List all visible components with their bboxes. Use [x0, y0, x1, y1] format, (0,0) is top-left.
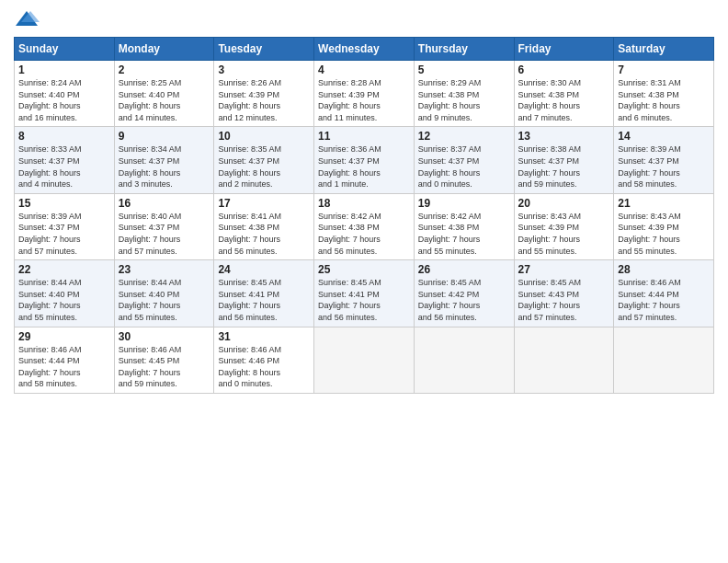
day-number: 6	[518, 63, 610, 76]
empty-cell	[414, 327, 514, 393]
day-info: Sunrise: 8:28 AM Sunset: 4:39 PM Dayligh…	[318, 77, 410, 123]
calendar-day-cell: 8Sunrise: 8:33 AM Sunset: 4:37 PM Daylig…	[15, 127, 115, 193]
calendar-day-cell: 30Sunrise: 8:46 AM Sunset: 4:45 PM Dayli…	[114, 327, 214, 393]
day-number: 19	[418, 197, 510, 210]
calendar-day-cell: 12Sunrise: 8:37 AM Sunset: 4:37 PM Dayli…	[414, 127, 514, 193]
day-info: Sunrise: 8:45 AM Sunset: 4:41 PM Dayligh…	[218, 277, 310, 323]
weekday-header-tuesday: Tuesday	[214, 38, 314, 61]
calendar-day-cell: 28Sunrise: 8:46 AM Sunset: 4:44 PM Dayli…	[614, 260, 714, 327]
day-info: Sunrise: 8:35 AM Sunset: 4:37 PM Dayligh…	[218, 144, 310, 190]
day-number: 24	[218, 263, 310, 276]
day-info: Sunrise: 8:26 AM Sunset: 4:39 PM Dayligh…	[218, 77, 310, 123]
calendar-day-cell: 16Sunrise: 8:40 AM Sunset: 4:37 PM Dayli…	[114, 193, 214, 259]
day-number: 10	[218, 130, 310, 143]
calendar-day-cell: 21Sunrise: 8:43 AM Sunset: 4:39 PM Dayli…	[614, 193, 714, 259]
day-number: 17	[218, 197, 310, 210]
calendar-day-cell: 10Sunrise: 8:35 AM Sunset: 4:37 PM Dayli…	[214, 127, 314, 193]
day-number: 13	[518, 130, 610, 143]
empty-cell	[514, 327, 614, 393]
calendar-day-cell: 22Sunrise: 8:44 AM Sunset: 4:40 PM Dayli…	[15, 260, 115, 327]
day-info: Sunrise: 8:42 AM Sunset: 4:38 PM Dayligh…	[418, 211, 510, 257]
calendar-week-row: 22Sunrise: 8:44 AM Sunset: 4:40 PM Dayli…	[15, 260, 714, 327]
day-info: Sunrise: 8:24 AM Sunset: 4:40 PM Dayligh…	[18, 77, 110, 123]
day-number: 21	[618, 197, 710, 210]
weekday-header-sunday: Sunday	[15, 38, 115, 61]
day-number: 15	[18, 197, 110, 210]
day-number: 27	[518, 263, 610, 276]
day-number: 30	[119, 330, 210, 343]
empty-cell	[614, 327, 714, 393]
day-number: 1	[18, 63, 110, 76]
day-number: 29	[18, 330, 110, 343]
day-info: Sunrise: 8:33 AM Sunset: 4:37 PM Dayligh…	[18, 144, 110, 190]
day-info: Sunrise: 8:42 AM Sunset: 4:38 PM Dayligh…	[318, 211, 410, 257]
header	[14, 9, 714, 29]
day-number: 11	[318, 130, 410, 143]
day-number: 25	[318, 263, 410, 276]
calendar-day-cell: 25Sunrise: 8:45 AM Sunset: 4:41 PM Dayli…	[314, 260, 415, 327]
day-info: Sunrise: 8:44 AM Sunset: 4:40 PM Dayligh…	[18, 277, 110, 323]
calendar-day-cell: 18Sunrise: 8:42 AM Sunset: 4:38 PM Dayli…	[314, 193, 415, 259]
calendar-day-cell: 29Sunrise: 8:46 AM Sunset: 4:44 PM Dayli…	[15, 327, 115, 393]
weekday-header-thursday: Thursday	[414, 38, 514, 61]
day-info: Sunrise: 8:41 AM Sunset: 4:38 PM Dayligh…	[218, 211, 310, 257]
calendar-day-cell: 14Sunrise: 8:39 AM Sunset: 4:37 PM Dayli…	[614, 127, 714, 193]
day-info: Sunrise: 8:46 AM Sunset: 4:46 PM Dayligh…	[218, 344, 310, 390]
calendar-day-cell: 31Sunrise: 8:46 AM Sunset: 4:46 PM Dayli…	[214, 327, 314, 393]
weekday-header-friday: Friday	[514, 38, 614, 61]
weekday-header-row: SundayMondayTuesdayWednesdayThursdayFrid…	[15, 38, 714, 61]
weekday-header-monday: Monday	[114, 38, 214, 61]
calendar-day-cell: 17Sunrise: 8:41 AM Sunset: 4:38 PM Dayli…	[214, 193, 314, 259]
calendar-day-cell: 9Sunrise: 8:34 AM Sunset: 4:37 PM Daylig…	[114, 127, 214, 193]
logo-icon	[14, 9, 40, 29]
main-container: SundayMondayTuesdayWednesdayThursdayFrid…	[0, 0, 728, 403]
day-number: 3	[218, 63, 310, 76]
day-number: 31	[218, 330, 310, 343]
logo	[14, 9, 43, 29]
day-info: Sunrise: 8:45 AM Sunset: 4:43 PM Dayligh…	[518, 277, 610, 323]
calendar-day-cell: 13Sunrise: 8:38 AM Sunset: 4:37 PM Dayli…	[514, 127, 614, 193]
day-number: 28	[618, 263, 710, 276]
day-info: Sunrise: 8:29 AM Sunset: 4:38 PM Dayligh…	[418, 77, 510, 123]
calendar-day-cell: 3Sunrise: 8:26 AM Sunset: 4:39 PM Daylig…	[214, 61, 314, 127]
day-info: Sunrise: 8:25 AM Sunset: 4:40 PM Dayligh…	[119, 77, 210, 123]
day-number: 4	[318, 63, 410, 76]
day-info: Sunrise: 8:36 AM Sunset: 4:37 PM Dayligh…	[318, 144, 410, 190]
calendar-day-cell: 1Sunrise: 8:24 AM Sunset: 4:40 PM Daylig…	[15, 61, 115, 127]
day-info: Sunrise: 8:37 AM Sunset: 4:37 PM Dayligh…	[418, 144, 510, 190]
day-info: Sunrise: 8:46 AM Sunset: 4:44 PM Dayligh…	[618, 277, 710, 323]
calendar-day-cell: 15Sunrise: 8:39 AM Sunset: 4:37 PM Dayli…	[15, 193, 115, 259]
day-info: Sunrise: 8:39 AM Sunset: 4:37 PM Dayligh…	[18, 211, 110, 257]
day-info: Sunrise: 8:44 AM Sunset: 4:40 PM Dayligh…	[119, 277, 210, 323]
day-number: 9	[119, 130, 210, 143]
day-info: Sunrise: 8:45 AM Sunset: 4:41 PM Dayligh…	[318, 277, 410, 323]
day-info: Sunrise: 8:31 AM Sunset: 4:38 PM Dayligh…	[618, 77, 710, 123]
day-number: 5	[418, 63, 510, 76]
day-number: 16	[119, 197, 210, 210]
calendar-table: SundayMondayTuesdayWednesdayThursdayFrid…	[14, 37, 714, 394]
day-number: 23	[119, 263, 210, 276]
calendar-day-cell: 23Sunrise: 8:44 AM Sunset: 4:40 PM Dayli…	[114, 260, 214, 327]
day-info: Sunrise: 8:43 AM Sunset: 4:39 PM Dayligh…	[618, 211, 710, 257]
day-info: Sunrise: 8:45 AM Sunset: 4:42 PM Dayligh…	[418, 277, 510, 323]
day-info: Sunrise: 8:39 AM Sunset: 4:37 PM Dayligh…	[618, 144, 710, 190]
calendar-day-cell: 24Sunrise: 8:45 AM Sunset: 4:41 PM Dayli…	[214, 260, 314, 327]
calendar-day-cell: 7Sunrise: 8:31 AM Sunset: 4:38 PM Daylig…	[614, 61, 714, 127]
day-info: Sunrise: 8:40 AM Sunset: 4:37 PM Dayligh…	[119, 211, 210, 257]
calendar-day-cell: 20Sunrise: 8:43 AM Sunset: 4:39 PM Dayli…	[514, 193, 614, 259]
day-info: Sunrise: 8:43 AM Sunset: 4:39 PM Dayligh…	[518, 211, 610, 257]
day-number: 2	[119, 63, 210, 76]
calendar-week-row: 8Sunrise: 8:33 AM Sunset: 4:37 PM Daylig…	[15, 127, 714, 193]
weekday-header-wednesday: Wednesday	[314, 38, 415, 61]
day-number: 22	[18, 263, 110, 276]
day-number: 8	[18, 130, 110, 143]
day-info: Sunrise: 8:46 AM Sunset: 4:45 PM Dayligh…	[119, 344, 210, 390]
day-number: 20	[518, 197, 610, 210]
day-info: Sunrise: 8:30 AM Sunset: 4:38 PM Dayligh…	[518, 77, 610, 123]
calendar-week-row: 1Sunrise: 8:24 AM Sunset: 4:40 PM Daylig…	[15, 61, 714, 127]
calendar-day-cell: 5Sunrise: 8:29 AM Sunset: 4:38 PM Daylig…	[414, 61, 514, 127]
day-number: 14	[618, 130, 710, 143]
calendar-day-cell: 19Sunrise: 8:42 AM Sunset: 4:38 PM Dayli…	[414, 193, 514, 259]
calendar-day-cell: 26Sunrise: 8:45 AM Sunset: 4:42 PM Dayli…	[414, 260, 514, 327]
calendar-day-cell: 6Sunrise: 8:30 AM Sunset: 4:38 PM Daylig…	[514, 61, 614, 127]
